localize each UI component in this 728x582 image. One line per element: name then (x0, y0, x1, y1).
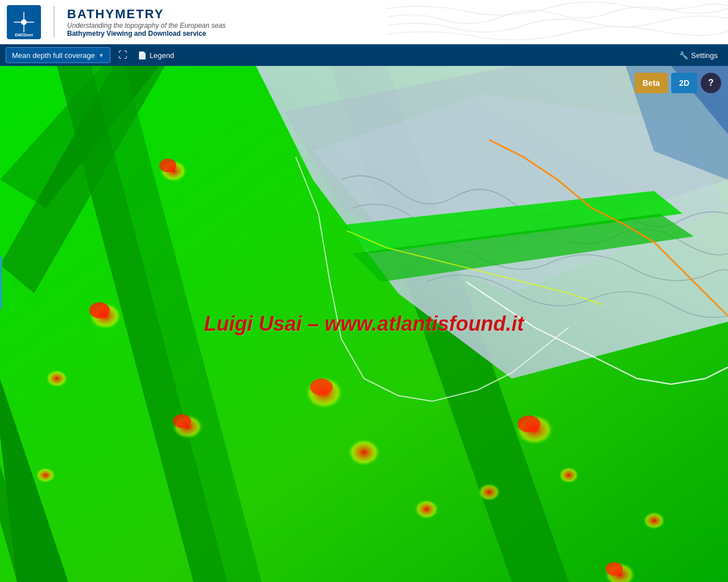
layer-dropdown[interactable]: Mean depth full coverage ▼ (6, 47, 110, 63)
expand-icon: ⛶ (118, 50, 127, 60)
app-title: BATHYMETRY (67, 7, 226, 22)
svg-point-27 (310, 379, 333, 396)
svg-text:EMODnet: EMODnet (15, 33, 33, 37)
view-2d-label: 2D (679, 78, 689, 88)
feedback-tab[interactable]: Feedback (0, 256, 2, 309)
expand-button[interactable]: ⛶ (115, 48, 131, 63)
app-title-area: BATHYMETRY Understanding the topography … (67, 7, 226, 38)
chevron-down-icon: ▼ (98, 52, 104, 59)
layer-dropdown-label: Mean depth full coverage (12, 51, 95, 60)
app-header: EMODnet BATHYMETRY Understanding the top… (0, 0, 728, 44)
app-subtitle: Understanding the topography of the Euro… (67, 22, 226, 30)
map-canvas (0, 66, 728, 582)
legend-icon: 📄 (138, 51, 147, 60)
svg-point-36 (643, 512, 665, 530)
svg-point-21 (159, 159, 176, 172)
beta-button[interactable]: Beta (635, 73, 668, 93)
svg-point-34 (478, 483, 500, 501)
settings-icon: 🔧 (679, 51, 688, 60)
svg-point-25 (173, 414, 191, 428)
svg-point-28 (347, 438, 381, 467)
emodnet-logo: EMODnet (7, 5, 41, 39)
svg-point-32 (606, 562, 623, 576)
settings-label: Settings (691, 51, 718, 60)
svg-point-30 (518, 415, 540, 433)
toolbar: Mean depth full coverage ▼ ⛶ 📄 Legend 🔧 … (0, 44, 728, 66)
help-label: ? (708, 78, 714, 88)
app-service: Bathymetry Viewing and Download service (67, 30, 226, 38)
legend-label: Legend (150, 51, 174, 60)
header-divider (53, 6, 55, 38)
svg-point-23 (89, 302, 110, 318)
svg-point-33 (414, 499, 439, 519)
settings-button[interactable]: 🔧 Settings (675, 49, 722, 62)
svg-point-37 (46, 369, 68, 388)
beta-label: Beta (643, 78, 660, 88)
svg-point-38 (35, 467, 56, 483)
svg-point-35 (559, 467, 579, 484)
logo-area: EMODnet BATHYMETRY Understanding the top… (7, 5, 226, 39)
view-2d-button[interactable]: 2D (671, 73, 697, 93)
help-button[interactable]: ? (701, 73, 721, 93)
map-container[interactable]: Feedback Beta 2D ? Luigi Usai – www.atla… (0, 66, 728, 582)
map-controls: Beta 2D ? (635, 73, 721, 93)
header-decoration (387, 0, 728, 44)
legend-button[interactable]: 📄 Legend (133, 49, 179, 62)
